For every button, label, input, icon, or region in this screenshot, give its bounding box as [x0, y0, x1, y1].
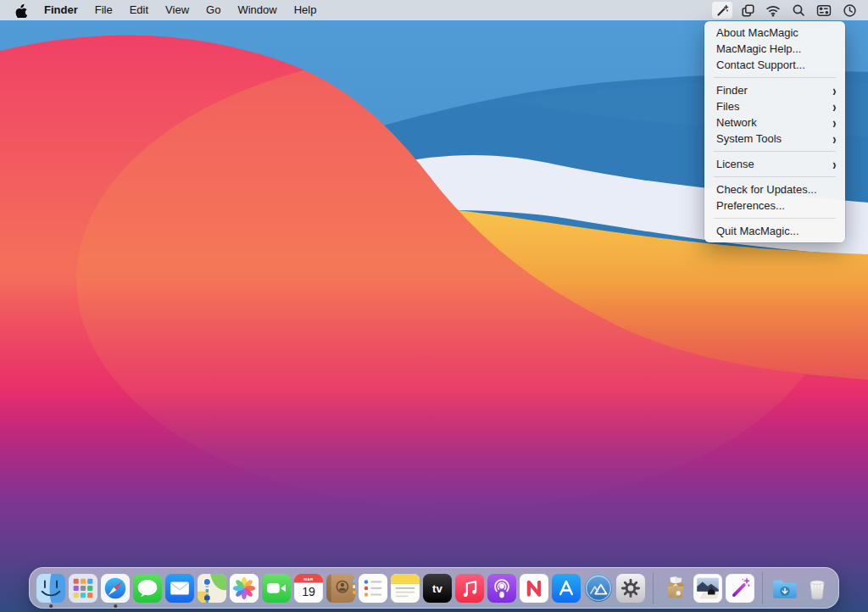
menu-item-system-tools[interactable]: System Tools› — [704, 131, 845, 147]
menu-bar-left: Finder File Edit View Go Window Help — [8, 0, 325, 20]
menu-item-network[interactable]: Network› — [704, 114, 845, 131]
dock-icon-system-preferences[interactable] — [616, 574, 645, 603]
menu-item-label: About MacMagic — [716, 26, 798, 39]
dock-icon-notes[interactable] — [391, 574, 420, 603]
macmagic-status-menu: About MacMagic MacMagic Help... Contact … — [704, 21, 845, 242]
dock-icon-finder[interactable] — [36, 574, 65, 603]
menu-item-label: Preferences... — [716, 199, 785, 212]
dock-icon-macmagic-wand[interactable] — [726, 574, 754, 603]
menubar-item-view[interactable]: View — [157, 0, 198, 20]
dock-separator — [653, 572, 654, 604]
dock-icon-photos[interactable] — [230, 574, 259, 603]
running-indicator — [114, 604, 117, 608]
menu-item-label: Files — [716, 100, 739, 113]
dock-icon-music[interactable] — [455, 574, 484, 603]
dock-icon-mountains-app[interactable] — [584, 574, 613, 603]
running-indicator — [49, 604, 53, 608]
dock-icon-podcasts[interactable] — [487, 574, 516, 603]
menu-item-label: Network — [716, 116, 757, 129]
dock-icon-mail[interactable] — [165, 574, 194, 603]
menubar-item-go[interactable]: Go — [198, 0, 229, 20]
menu-item-label: Check for Updates... — [716, 183, 817, 196]
control-center-icon[interactable] — [814, 2, 834, 19]
dock-icon-safari[interactable] — [101, 574, 130, 603]
menubar-item-edit[interactable]: Edit — [121, 0, 157, 20]
menu-item-license[interactable]: License› — [704, 156, 845, 172]
menu-item-label: License — [716, 158, 754, 170]
menu-item-label: MacMagic Help... — [716, 42, 801, 55]
clock-icon[interactable] — [839, 2, 860, 19]
dock-icon-facetime[interactable] — [262, 574, 291, 603]
dock-separator — [762, 572, 763, 604]
menubar-item-help[interactable]: Help — [286, 0, 326, 20]
dock-icon-app-store[interactable] — [552, 574, 581, 603]
dock-icon-launchpad[interactable] — [69, 574, 97, 603]
menu-item-label: System Tools — [716, 132, 782, 145]
menubar-item-file[interactable]: File — [86, 0, 121, 20]
magic-wand-icon[interactable] — [712, 2, 732, 19]
search-icon[interactable] — [788, 2, 809, 19]
menu-separator — [714, 151, 836, 152]
menu-bar: Finder File Edit View Go Window Help — [0, 0, 868, 20]
svg-text:MAR: MAR — [304, 576, 314, 581]
dock-icon-maps[interactable] — [198, 574, 226, 603]
dock-icon-unarchiver[interactable] — [661, 574, 690, 603]
dock-icon-downloads-folder[interactable] — [771, 574, 799, 603]
menu-separator — [714, 77, 836, 78]
menu-item-files[interactable]: Files› — [704, 98, 845, 114]
menu-item-label: Contact Support... — [716, 58, 805, 71]
dock-icon-messages[interactable] — [133, 574, 162, 603]
menu-separator — [714, 176, 836, 177]
apple-logo-icon — [15, 3, 27, 18]
dock-icon-tv[interactable]: tv — [423, 574, 452, 603]
macos-desktop: Finder File Edit View Go Window Help — [0, 0, 868, 612]
menu-item-macmagic-help[interactable]: MacMagic Help... — [704, 41, 845, 57]
apple-menu[interactable] — [8, 3, 36, 18]
svg-text:19: 19 — [302, 584, 315, 598]
menu-item-label: Finder — [716, 84, 748, 97]
dock-icon-contacts[interactable] — [326, 574, 355, 603]
svg-text:tv: tv — [432, 582, 442, 595]
dock-icon-imaging-app[interactable] — [693, 574, 722, 603]
submenu-chevron-icon: › — [833, 157, 837, 172]
submenu-chevron-icon: › — [833, 99, 837, 114]
stacked-windows-icon[interactable] — [737, 2, 758, 19]
menu-item-check-for-updates[interactable]: Check for Updates... — [704, 181, 845, 198]
dock: MAR 19 — [29, 567, 839, 609]
menu-item-label: Quit MacMagic... — [716, 225, 799, 237]
wifi-icon[interactable] — [763, 2, 783, 19]
menu-item-contact-support[interactable]: Contact Support... — [704, 57, 845, 73]
dock-icon-trash[interactable] — [803, 574, 832, 603]
menu-separator — [714, 218, 836, 219]
menu-bar-status-area — [707, 2, 860, 19]
menubar-app-name[interactable]: Finder — [36, 0, 86, 20]
submenu-chevron-icon: › — [833, 115, 837, 131]
submenu-chevron-icon: › — [833, 131, 837, 147]
submenu-chevron-icon: › — [833, 83, 837, 98]
menubar-item-window[interactable]: Window — [229, 0, 285, 20]
menu-item-about-macmagic[interactable]: About MacMagic — [704, 25, 845, 41]
menu-item-quit-macmagic[interactable]: Quit MacMagic... — [704, 223, 845, 239]
dock-icon-calendar[interactable]: MAR 19 — [294, 574, 323, 603]
menu-item-preferences[interactable]: Preferences... — [704, 198, 845, 214]
dock-icon-news[interactable] — [520, 574, 548, 603]
menu-item-finder[interactable]: Finder› — [704, 82, 845, 98]
dock-icon-reminders[interactable] — [359, 574, 387, 603]
